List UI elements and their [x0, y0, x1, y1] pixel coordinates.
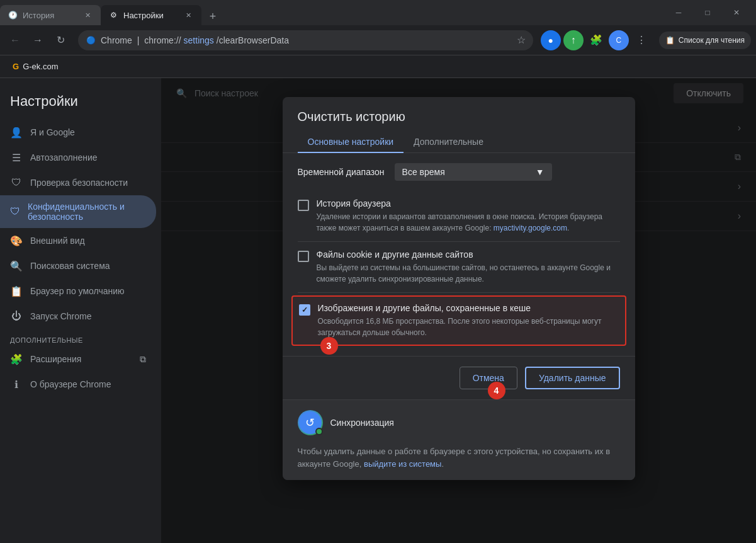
tab-settings[interactable]: ⚙ Настройки ✕: [101, 5, 201, 25]
checkbox-cache: Изображения и другие файлы, сохраненные …: [291, 295, 626, 346]
myactivity-link[interactable]: myactivity.google.com: [494, 224, 567, 232]
cookies-content: Файлы cookie и другие данные сайтов Вы в…: [317, 249, 620, 285]
history-tab-close[interactable]: ✕: [82, 9, 93, 21]
browser-history-desc: Удаление истории и вариантов автозаполне…: [317, 211, 620, 234]
menu-button[interactable]: ⋮: [631, 30, 652, 50]
sidebar-item-appearance[interactable]: 🎨 Внешний вид: [0, 228, 156, 253]
cache-title: Изображения и другие файлы, сохраненные …: [318, 303, 619, 313]
sidebar: Настройки 👤 Я и Google ☰ Автозаполнение …: [0, 78, 161, 543]
tab-history[interactable]: 🕐 История ✕: [0, 5, 101, 25]
sidebar-item-me-google[interactable]: 👤 Я и Google: [0, 120, 156, 145]
sync-desc-suffix: .: [441, 459, 444, 469]
sidebar-item-autofill[interactable]: ☰ Автозаполнение: [0, 145, 156, 170]
sync-avatar: ↺: [298, 410, 323, 435]
sidebar-item-startup[interactable]: ⏻ Запуск Chrome: [0, 304, 156, 329]
close-button[interactable]: ✕: [722, 3, 751, 23]
settings-tab-label: Настройки: [123, 11, 164, 20]
sidebar-item-appearance-label: Внешний вид: [30, 236, 85, 246]
settings-tab-close[interactable]: ✕: [183, 9, 194, 21]
default-browser-icon: 📋: [10, 285, 23, 297]
chrome-label: Chrome: [101, 35, 132, 45]
back-button[interactable]: ←: [5, 30, 25, 50]
time-range-select[interactable]: Все время ▼: [395, 163, 552, 181]
sidebar-item-privacy[interactable]: 🛡 Конфиденциальность и безопасность: [0, 195, 156, 228]
address-settings: settings: [184, 35, 214, 45]
dialog-title: Очистить историю: [283, 97, 635, 124]
autofill-icon: ☰: [10, 151, 23, 164]
address-protocol: chrome://: [144, 35, 181, 45]
dialog-tab-advanced[interactable]: Дополнительные: [403, 132, 494, 153]
sidebar-item-autofill-label: Автозаполнение: [30, 152, 98, 163]
dialog-tab-basic[interactable]: Основные настройки: [298, 132, 404, 153]
checkbox-cache-input[interactable]: [299, 304, 310, 316]
maximize-button[interactable]: □: [693, 3, 722, 23]
content-area: 🔍 Поиск настроек Отключить › ⧉ › ›: [161, 78, 756, 543]
navbar: ← → ↻ 🔵 Chrome | chrome://settings/clear…: [0, 25, 756, 55]
sidebar-item-default-browser[interactable]: 📋 Браузер по умолчанию: [0, 278, 156, 304]
badge-3: 3: [320, 337, 338, 355]
startup-icon: ⏻: [10, 310, 23, 323]
signout-link[interactable]: выйдите из системы: [364, 459, 441, 469]
new-tab-button[interactable]: +: [204, 8, 222, 25]
sync-green-dot: [315, 428, 323, 435]
sidebar-item-privacy-label: Конфиденциальность и безопасность: [28, 202, 146, 222]
sidebar-item-about[interactable]: ℹ О браузере Chrome: [0, 372, 156, 397]
history-tab-icon: 🕐: [8, 10, 18, 20]
sidebar-item-safety[interactable]: 🛡 Проверка безопасности: [0, 170, 156, 195]
reading-list-icon: 📋: [665, 36, 675, 45]
main-layout: Настройки 👤 Я и Google ☰ Автозаполнение …: [0, 78, 756, 543]
time-range-row: Временной диапазон Все время ▼: [298, 163, 620, 181]
bookmark-gek[interactable]: G G-ek.com: [8, 59, 63, 74]
checkbox-cookies-input[interactable]: [298, 251, 309, 262]
browser-history-content: История браузера Удаление истории и вари…: [317, 198, 620, 234]
bookmark-icon[interactable]: ☆: [517, 34, 526, 46]
sidebar-item-about-label: О браузере Chrome: [30, 379, 111, 389]
forward-button[interactable]: →: [28, 30, 48, 50]
cookies-title: Файлы cookie и другие данные сайтов: [317, 249, 620, 260]
sidebar-item-extensions[interactable]: 🧩 Расширения ⧉: [0, 346, 156, 372]
address-right-icons: ☆: [517, 34, 526, 46]
profile-button[interactable]: ●: [541, 30, 561, 50]
history-tab-label: История: [23, 11, 54, 20]
cookies-desc: Вы выйдете из системы на большинстве сай…: [317, 262, 620, 285]
minimize-button[interactable]: ─: [664, 3, 693, 23]
sidebar-section-extra: Дополнительные: [0, 329, 161, 346]
address-text: Chrome | chrome://settings/clearBrowserD…: [101, 35, 289, 45]
sidebar-item-search-label: Поисковая система: [30, 261, 110, 271]
sync-name: Синхронизация: [330, 418, 394, 428]
dialog-overlay: Очистить историю Основные настройки Допо…: [161, 78, 756, 543]
delete-data-button[interactable]: Удалить данные: [525, 367, 620, 389]
sidebar-item-search[interactable]: 🔍 Поисковая система: [0, 253, 156, 278]
sync-text-area: Синхронизация: [330, 418, 394, 428]
address-rest: /clearBrowserData: [217, 35, 289, 45]
address-bar[interactable]: 🔵 Chrome | chrome://settings/clearBrowse…: [78, 30, 533, 50]
about-icon: ℹ: [10, 378, 23, 391]
update-button[interactable]: ↑: [563, 30, 584, 50]
reload-button[interactable]: ↻: [50, 30, 71, 50]
bookmarks-bar: G G-ek.com: [0, 55, 756, 78]
checkbox-browser-history-input[interactable]: [298, 200, 309, 211]
time-range-label: Временной диапазон: [298, 167, 385, 177]
privacy-icon: 🛡: [10, 205, 20, 218]
time-range-dropdown-icon: ▼: [536, 167, 544, 177]
badge-4: 4: [488, 382, 505, 399]
sync-desc: Чтобы удалить данные о работе в браузере…: [283, 445, 635, 480]
sidebar-title: Настройки: [0, 88, 161, 120]
bookmark-gek-label: G-ek.com: [23, 62, 58, 71]
sidebar-item-me-google-label: Я и Google: [30, 127, 75, 137]
reading-list-button[interactable]: 📋 Список для чтения: [659, 31, 751, 49]
safety-icon: 🛡: [10, 176, 23, 189]
cache-desc: Освободится 16,8 МБ пространства. После …: [318, 316, 619, 338]
tab-bar: 🕐 История ✕ ⚙ Настройки ✕ +: [0, 0, 664, 25]
search-engine-icon: 🔍: [10, 260, 23, 272]
extensions-button[interactable]: 🧩: [586, 30, 606, 50]
sidebar-item-default-browser-label: Браузер по умолчанию: [30, 286, 125, 296]
me-google-icon: 👤: [10, 126, 23, 139]
cache-content: Изображения и другие файлы, сохраненные …: [318, 303, 619, 338]
address-separator: |: [135, 35, 142, 45]
checkbox-browser-history: История браузера Удаление истории и вари…: [298, 191, 620, 242]
chrome-icon-button[interactable]: C: [609, 30, 629, 50]
browser-history-title: История браузера: [317, 198, 620, 209]
extensions-sidebar-icon: 🧩: [10, 353, 23, 365]
time-range-selected: Все время: [402, 167, 445, 177]
